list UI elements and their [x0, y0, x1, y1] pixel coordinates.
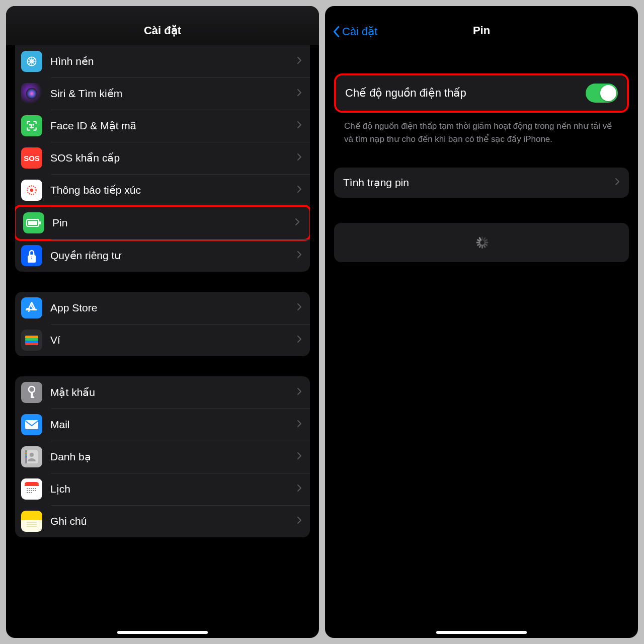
settings-group: Mật khẩuMailDanh bạLịchGhi chú [15, 376, 310, 537]
privacy-icon [21, 245, 42, 266]
svg-point-16 [29, 386, 35, 392]
svg-point-34 [35, 488, 36, 489]
svg-point-33 [33, 488, 34, 489]
settings-group: App StoreVí [15, 292, 310, 356]
siri-icon [21, 83, 42, 104]
chevron-right-icon [297, 153, 302, 164]
row-label: Siri & Tìm kiếm [50, 88, 297, 100]
svg-point-3 [30, 124, 31, 125]
low-power-group: Chế độ nguồn điện thấp [336, 75, 627, 111]
svg-point-42 [31, 492, 32, 493]
settings-row-wallpaper[interactable]: Hình nền [15, 45, 310, 77]
low-power-row[interactable]: Chế độ nguồn điện thấp [336, 75, 627, 111]
settings-row-contacts[interactable]: Danh bạ [15, 441, 310, 473]
chevron-right-icon [297, 89, 302, 99]
contacts-icon [21, 446, 42, 467]
chevron-right-icon [295, 218, 300, 228]
settings-row-calendar[interactable]: Lịch [15, 473, 310, 505]
settings-row-password[interactable]: Mật khẩu [15, 376, 310, 409]
settings-row-privacy[interactable]: Quyền riêng tư [15, 239, 310, 272]
chevron-right-icon [297, 335, 302, 346]
faceid-icon [21, 115, 42, 136]
svg-point-30 [27, 488, 28, 489]
nav-bar: Cài đặt Pin [325, 6, 638, 45]
nav-title: Pin [473, 24, 490, 37]
svg-rect-18 [31, 396, 34, 398]
settings-row-siri[interactable]: Siri & Tìm kiếm [15, 77, 310, 110]
chevron-right-icon [297, 303, 302, 313]
spinner-icon [474, 235, 489, 250]
chevron-right-icon [297, 56, 302, 67]
low-power-toggle[interactable] [586, 84, 618, 103]
svg-point-31 [29, 488, 30, 489]
svg-point-22 [30, 453, 34, 457]
svg-rect-45 [25, 514, 39, 520]
settings-row-faceid[interactable]: Face ID & Mật mã [15, 110, 310, 142]
chevron-right-icon [297, 420, 302, 430]
svg-rect-29 [25, 485, 39, 486]
battery-icon [23, 212, 44, 233]
svg-rect-20 [25, 420, 38, 429]
battery-health-label: Tình trạng pin [343, 177, 615, 189]
password-icon [21, 382, 42, 403]
battery-health-row[interactable]: Tình trạng pin [334, 168, 629, 198]
nav-bar: Cài đặt [6, 6, 319, 45]
sos-icon: SOS [21, 147, 42, 169]
svg-point-35 [27, 490, 28, 491]
settings-row-exposure[interactable]: Thông báo tiếp xúc [15, 174, 310, 206]
chevron-right-icon [297, 484, 302, 495]
row-label: Ghi chú [50, 515, 297, 527]
svg-rect-24 [26, 452, 27, 453]
row-label: App Store [50, 302, 297, 314]
svg-point-36 [29, 490, 30, 491]
svg-rect-9 [39, 221, 41, 224]
row-label: Thông báo tiếp xúc [50, 184, 297, 196]
chevron-right-icon [297, 452, 302, 462]
exposure-icon [21, 180, 42, 201]
nav-title: Cài đặt [144, 24, 181, 37]
svg-rect-19 [31, 394, 33, 395]
svg-point-32 [31, 488, 32, 489]
row-label: Quyền riêng tư [50, 250, 297, 262]
settings-row-sos[interactable]: SOSSOS khẩn cấp [15, 142, 310, 174]
wallet-icon [21, 330, 42, 351]
chevron-right-icon [297, 121, 302, 131]
settings-row-battery[interactable]: Pin [15, 205, 310, 241]
settings-row-appstore[interactable]: App Store [15, 292, 310, 324]
svg-point-38 [33, 490, 34, 491]
svg-rect-15 [25, 343, 38, 345]
notes-icon [21, 511, 42, 532]
chevron-right-icon [297, 516, 302, 527]
chevron-left-icon [332, 26, 340, 38]
chevron-right-icon [297, 185, 302, 196]
svg-rect-26 [26, 456, 27, 457]
row-label: Danh bạ [50, 451, 297, 463]
row-label: Hình nền [50, 55, 297, 67]
row-label: Mail [50, 419, 297, 431]
chevron-right-icon [615, 178, 620, 188]
back-button[interactable]: Cài đặt [332, 25, 377, 38]
appstore-icon [21, 297, 42, 318]
svg-point-40 [27, 492, 28, 493]
home-indicator[interactable] [117, 631, 208, 634]
low-power-label: Chế độ nguồn điện thấp [345, 87, 586, 100]
svg-rect-8 [28, 221, 37, 225]
row-label: Ví [50, 334, 297, 346]
settings-screen: Cài đặt Hình nềnSiri & Tìm kiếmFace ID &… [6, 6, 319, 638]
svg-point-41 [29, 492, 30, 493]
battery-health-group: Tình trạng pin [334, 168, 629, 198]
battery-screen: Cài đặt Pin Chế độ nguồn điện thấp Chế đ… [325, 6, 638, 638]
settings-row-notes[interactable]: Ghi chú [15, 505, 310, 537]
row-label: Lịch [50, 483, 297, 495]
settings-content: Hình nềnSiri & Tìm kiếmFace ID & Mật mãS… [6, 45, 319, 638]
settings-group: Hình nềnSiri & Tìm kiếmFace ID & Mật mãS… [15, 45, 310, 272]
calendar-icon [21, 478, 42, 500]
battery-content: Chế độ nguồn điện thấp Chế độ nguồn điện… [325, 45, 638, 638]
row-label: Mật khẩu [50, 386, 297, 398]
svg-point-4 [33, 124, 34, 125]
row-label: SOS khẩn cấp [50, 152, 297, 164]
settings-row-mail[interactable]: Mail [15, 409, 310, 441]
home-indicator[interactable] [436, 631, 527, 634]
settings-row-wallet[interactable]: Ví [15, 324, 310, 356]
wallpaper-icon [21, 51, 42, 72]
